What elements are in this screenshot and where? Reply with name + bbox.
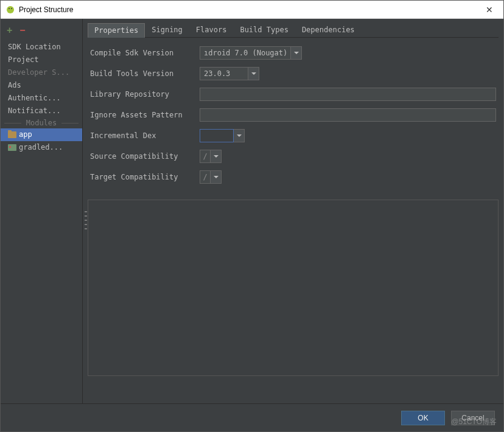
properties-form: Compile Sdk Version Build Tools Version xyxy=(88,38,499,196)
window-title: Project Structure xyxy=(19,5,480,14)
sidebar-module-app[interactable]: app xyxy=(1,128,82,141)
sidebar-item-notifications[interactable]: Notificat... xyxy=(1,105,82,117)
tab-flavors[interactable]: Flavors xyxy=(189,23,234,37)
app-icon xyxy=(5,5,15,15)
sidebar-item-project[interactable]: Project xyxy=(1,54,82,66)
row-compile-sdk: Compile Sdk Version xyxy=(90,46,496,60)
row-target-compat: Target Compatibility / xyxy=(90,170,496,184)
remove-icon[interactable]: − xyxy=(19,25,25,36)
sidebar-toolbar: + − xyxy=(1,23,82,41)
build-tools-combo[interactable] xyxy=(200,67,259,80)
label-compile-sdk: Compile Sdk Version xyxy=(90,49,200,57)
titlebar: Project Structure ✕ xyxy=(1,1,503,19)
label-incremental-dex: Incremental Dex xyxy=(90,131,200,140)
folder-icon xyxy=(8,131,16,138)
svg-point-0 xyxy=(7,6,14,13)
incremental-dex-combo[interactable] xyxy=(200,129,245,142)
label-ignore-assets: Ignore Assets Pattern xyxy=(90,111,200,119)
cancel-button[interactable]: Cancel xyxy=(451,411,495,425)
empty-panel xyxy=(88,200,499,376)
row-library-repo: Library Repository xyxy=(90,88,496,101)
dialog-window: Project Structure ✕ + − SDK Location Pro… xyxy=(0,0,504,432)
row-source-compat: Source Compatibility / xyxy=(90,150,496,163)
content-panel: Properties Signing Flavors Build Types D… xyxy=(83,19,503,403)
module-label: gradled... xyxy=(19,142,63,153)
dialog-body: + − SDK Location Project Developer S... … xyxy=(1,19,503,431)
label-build-tools: Build Tools Version xyxy=(90,69,200,78)
sidebar-item-sdk-location[interactable]: SDK Location xyxy=(1,41,82,54)
svg-point-1 xyxy=(9,8,10,9)
module-label: app xyxy=(19,130,32,140)
ignore-assets-input[interactable] xyxy=(200,108,496,122)
row-build-tools: Build Tools Version xyxy=(90,67,496,80)
label-library-repo: Library Repository xyxy=(90,90,200,99)
ok-button[interactable]: OK xyxy=(401,411,445,425)
source-compat-value[interactable]: / xyxy=(200,150,211,163)
close-button[interactable]: ✕ xyxy=(480,1,499,19)
dropdown-icon[interactable] xyxy=(291,46,302,60)
tab-bar: Properties Signing Flavors Build Types D… xyxy=(88,23,499,38)
row-ignore-assets: Ignore Assets Pattern xyxy=(90,108,496,122)
label-source-compat: Source Compatibility xyxy=(90,152,200,161)
tab-signing[interactable]: Signing xyxy=(145,23,189,37)
build-tools-input[interactable] xyxy=(200,67,248,80)
dropdown-icon[interactable] xyxy=(211,170,222,184)
compile-sdk-combo[interactable] xyxy=(200,46,302,60)
resize-grip-icon[interactable] xyxy=(85,211,87,229)
incremental-dex-input[interactable] xyxy=(200,129,234,142)
dropdown-icon[interactable] xyxy=(211,150,222,163)
library-repo-input[interactable] xyxy=(200,88,496,101)
sidebar-module-gradle[interactable]: gradled... xyxy=(1,141,82,154)
sidebar-item-developer-services[interactable]: Developer S... xyxy=(1,66,82,79)
tab-build-types[interactable]: Build Types xyxy=(233,23,295,37)
label-target-compat: Target Compatibility xyxy=(90,173,200,181)
sidebar-item-authentication[interactable]: Authentic... xyxy=(1,92,82,105)
row-incremental-dex: Incremental Dex xyxy=(90,129,496,142)
target-compat-value[interactable]: / xyxy=(200,170,211,184)
dialog-footer: OK Cancel @51CTO博客 xyxy=(1,403,503,431)
tab-dependencies[interactable]: Dependencies xyxy=(295,23,362,37)
gradle-icon xyxy=(8,144,16,151)
sidebar-item-ads[interactable]: Ads xyxy=(1,79,82,92)
svg-point-2 xyxy=(11,8,12,9)
source-compat-combo[interactable]: / xyxy=(200,150,222,163)
add-icon[interactable]: + xyxy=(7,25,12,36)
main-area: + − SDK Location Project Developer S... … xyxy=(1,19,503,403)
compile-sdk-input[interactable] xyxy=(200,46,291,60)
tab-properties[interactable]: Properties xyxy=(88,23,145,38)
target-compat-combo[interactable]: / xyxy=(200,170,222,184)
sidebar-modules-heading: Modules xyxy=(1,117,82,128)
dropdown-icon[interactable] xyxy=(234,129,245,142)
dropdown-icon[interactable] xyxy=(248,67,259,80)
sidebar: + − SDK Location Project Developer S... … xyxy=(1,19,83,403)
